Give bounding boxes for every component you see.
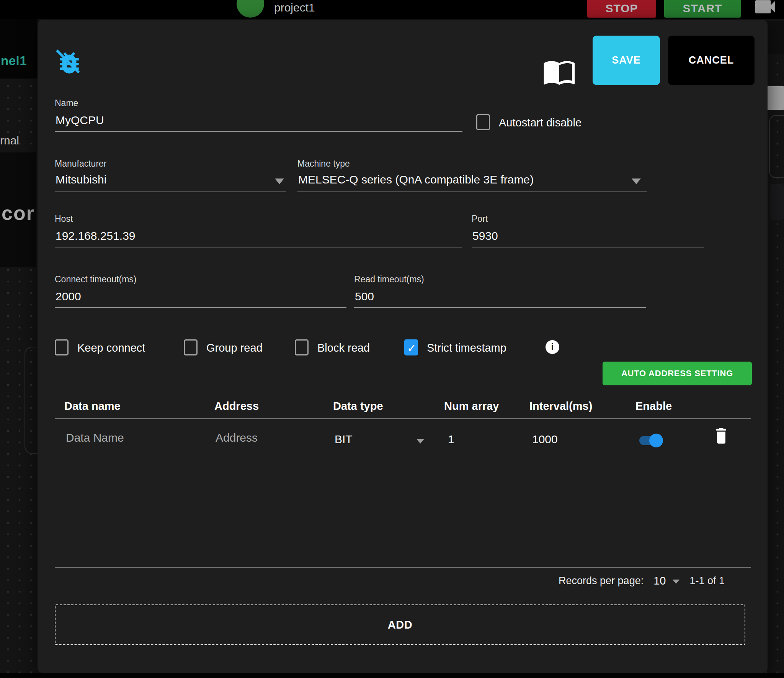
auto-address-setting-button[interactable]: AUTO ADDRESS SETTING xyxy=(603,362,752,385)
background-right-node xyxy=(766,86,784,110)
name-input[interactable] xyxy=(55,110,462,132)
chevron-down-icon xyxy=(673,580,679,584)
records-per-page-select[interactable]: 10 xyxy=(653,575,679,587)
chevron-down-icon xyxy=(632,179,641,184)
autostart-disable-label: Autostart disable xyxy=(499,116,581,129)
column-header-data-name: Data name xyxy=(64,400,121,413)
name-label: Name xyxy=(55,98,78,108)
background-node-outline-right xyxy=(769,115,784,178)
read-timeout-label: Read timeout(ms) xyxy=(354,274,424,285)
row-enable-toggle[interactable] xyxy=(639,436,662,445)
cancel-button[interactable]: CANCEL xyxy=(668,36,755,85)
strict-timestamp-label: Strict timestamp xyxy=(427,342,506,354)
strict-timestamp-checkbox[interactable] xyxy=(404,339,418,355)
records-per-page-label: Records per page: xyxy=(559,575,644,587)
docs-book-icon[interactable] xyxy=(542,56,576,89)
info-icon[interactable]: i xyxy=(546,340,559,354)
keep-connect-label: Keep connect xyxy=(77,342,145,354)
column-header-data-type: Data type xyxy=(333,400,383,413)
block-read-label: Block read xyxy=(317,342,370,354)
background-tab-bar: nel1 xyxy=(0,19,38,79)
table-header-divider xyxy=(55,418,751,419)
machine-type-label: Machine type xyxy=(297,159,350,169)
table-footer-divider xyxy=(55,567,751,568)
bottom-edge-strip xyxy=(0,673,784,678)
block-read-checkbox[interactable] xyxy=(295,339,309,355)
connect-timeout-label: Connect timeout(ms) xyxy=(55,274,136,285)
autostart-disable-checkbox[interactable] xyxy=(476,114,490,130)
project-status-circle xyxy=(237,0,264,18)
manufacturer-select[interactable]: Mitsubishi xyxy=(55,170,286,192)
background-left-label: rnal xyxy=(0,134,19,147)
videocam-icon[interactable] xyxy=(752,0,779,16)
row-address-input[interactable] xyxy=(216,431,323,444)
group-read-checkbox[interactable] xyxy=(184,339,198,355)
background-left-panel-text: cor xyxy=(2,201,35,224)
connect-timeout-input[interactable] xyxy=(55,286,346,308)
row-data-type-select[interactable]: BIT xyxy=(334,428,424,447)
row-interval-value[interactable]: 1000 xyxy=(532,433,558,446)
chevron-down-icon xyxy=(275,179,284,184)
read-timeout-input[interactable] xyxy=(354,286,646,308)
top-app-bar: project1 STOP START xyxy=(0,0,784,19)
column-header-num-array: Num array xyxy=(444,400,499,413)
group-read-label: Group read xyxy=(206,342,263,354)
background-right-panel xyxy=(768,21,784,54)
row-num-array-value[interactable]: 1 xyxy=(448,433,454,446)
delete-icon[interactable] xyxy=(713,425,730,446)
bug-icon xyxy=(55,47,83,80)
device-config-dialog: SAVE CANCEL Name Autostart disable Manuf… xyxy=(38,20,768,673)
port-input[interactable] xyxy=(472,225,704,247)
port-label: Port xyxy=(472,214,488,224)
pagination-range: 1-1 of 1 xyxy=(689,575,725,587)
toggle-thumb xyxy=(649,434,663,447)
host-label: Host xyxy=(55,214,73,224)
column-header-enable: Enable xyxy=(635,400,672,413)
keep-connect-checkbox[interactable] xyxy=(55,339,69,355)
column-header-interval: Interval(ms) xyxy=(529,400,592,413)
row-data-name-input[interactable] xyxy=(66,431,181,444)
manufacturer-label: Manufacturer xyxy=(55,159,107,169)
background-tab-channel[interactable]: nel1 xyxy=(1,54,27,68)
column-header-address: Address xyxy=(214,400,259,413)
background-right-faint-panel xyxy=(770,184,784,220)
stop-button[interactable]: STOP xyxy=(587,0,656,18)
machine-type-select[interactable]: MELSEC-Q series (QnA compatible 3E frame… xyxy=(297,170,647,192)
add-row-button[interactable]: ADD xyxy=(55,604,745,645)
chevron-down-icon xyxy=(416,439,424,444)
background-left-panel: cor xyxy=(0,152,36,267)
project-name: project1 xyxy=(274,1,315,14)
start-button[interactable]: START xyxy=(664,0,741,18)
host-input[interactable] xyxy=(55,225,462,247)
pagination-bar: Records per page: 10 1-1 of 1 xyxy=(559,575,725,587)
save-button[interactable]: SAVE xyxy=(593,36,660,85)
